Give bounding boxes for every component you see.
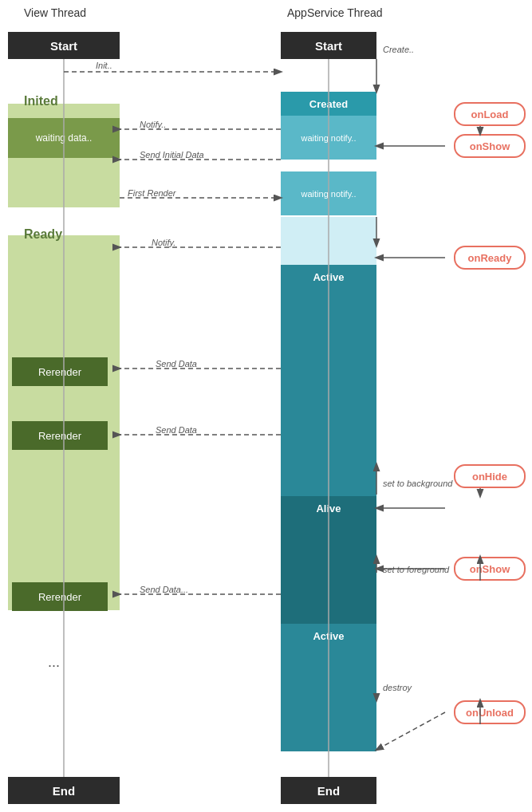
callback-onready: onReady bbox=[454, 246, 526, 270]
app-thread-header: AppService Thread bbox=[287, 6, 383, 19]
arrow-send-data-1-label: Send Data bbox=[156, 359, 197, 369]
at-alive-header: Alive bbox=[281, 496, 376, 520]
vt-rerender-1: Rerender bbox=[12, 357, 108, 386]
callback-onshow-1: onShow bbox=[454, 134, 526, 158]
vt-end-box: End bbox=[8, 777, 120, 804]
arrow-notify1-label: Notify.. bbox=[140, 120, 166, 129]
at-active-2-body bbox=[281, 648, 376, 751]
vt-rerender-3: Rerender bbox=[12, 582, 108, 611]
svg-line-23 bbox=[376, 712, 445, 750]
at-created-box: Created bbox=[281, 92, 376, 116]
at-light-area bbox=[281, 217, 376, 265]
vt-start-box: Start bbox=[8, 32, 120, 59]
at-active-1-body bbox=[281, 289, 376, 496]
at-active-2-header: Active bbox=[281, 624, 376, 648]
arrow-create-label: Create.. bbox=[383, 45, 414, 54]
vt-rerender-2: Rerender bbox=[12, 421, 108, 450]
vt-inited-label: Inited bbox=[24, 94, 58, 108]
arrow-first-render-label: First Render bbox=[128, 188, 176, 198]
at-alive-body bbox=[281, 520, 376, 624]
at-start-box: Start bbox=[281, 32, 376, 59]
callback-onunload: onUnload bbox=[454, 700, 526, 724]
arrow-destroy-label: destroy bbox=[383, 683, 412, 692]
at-end-box: End bbox=[281, 777, 376, 804]
callback-onhide: onHide bbox=[454, 464, 526, 488]
view-thread-header: View Thread bbox=[24, 6, 86, 19]
vt-waiting-data: waiting data.. bbox=[8, 118, 120, 158]
diagram-container: View Thread AppService Thread Start Init… bbox=[0, 0, 532, 812]
at-active-1-header: Active bbox=[281, 265, 376, 289]
callback-onload: onLoad bbox=[454, 102, 526, 126]
vt-dots: ... bbox=[48, 654, 60, 671]
arrow-init-label: Init.. bbox=[96, 61, 112, 70]
arrow-send-data-3-label: Send Data... bbox=[140, 585, 188, 594]
vt-ready-label: Ready bbox=[24, 227, 62, 242]
arrow-notify2-label: Notify. bbox=[152, 238, 175, 247]
callback-onshow-2: onShow bbox=[454, 557, 526, 581]
at-waiting-notify-1: waiting notify.. bbox=[281, 116, 376, 160]
at-waiting-notify-2: waiting notify.. bbox=[281, 171, 376, 215]
arrow-send-data-2-label: Send Data bbox=[156, 425, 197, 435]
arrow-set-bg-label: set to background bbox=[383, 479, 452, 488]
arrow-send-initial-label: Send Initial Data bbox=[140, 150, 204, 160]
arrow-set-fg-label: set to foreground bbox=[383, 565, 449, 574]
